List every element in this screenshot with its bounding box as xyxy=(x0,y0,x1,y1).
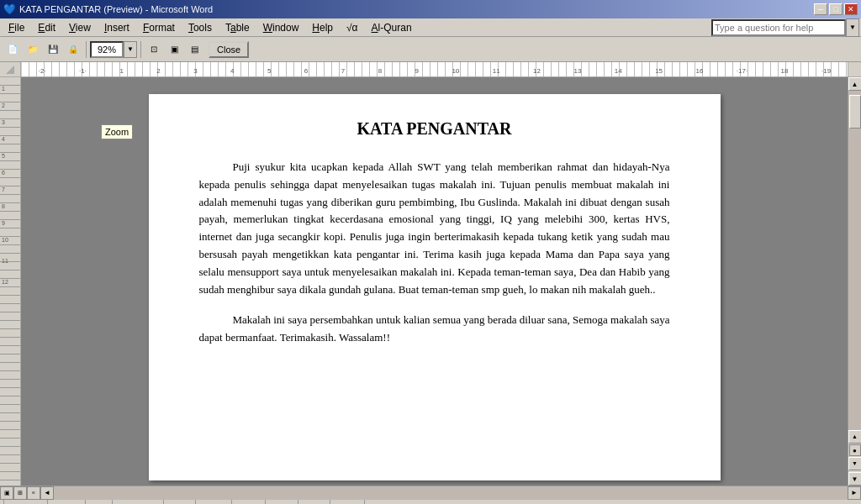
zoom-input[interactable] xyxy=(90,41,124,58)
scroll-up-button[interactable]: ▲ xyxy=(848,77,862,91)
status-col: Col 1 xyxy=(196,500,232,504)
v-ruler-mark: 11 xyxy=(2,258,8,264)
view-web-btn[interactable]: ⊞ xyxy=(13,486,27,500)
ruler-mark: ·2· xyxy=(39,67,46,75)
menu-tools[interactable]: Tools xyxy=(182,20,219,35)
v-ruler-mark: 5 xyxy=(2,153,5,159)
ruler-mark: 7 xyxy=(341,67,345,75)
ruler-mark: 1 xyxy=(119,67,123,75)
status-trk: TRK xyxy=(266,500,298,504)
v-ruler-mark: 6 xyxy=(2,170,5,176)
toolbar-sep-1 xyxy=(86,41,87,58)
ruler-mark: 16 xyxy=(695,67,703,75)
ruler-mark: 3 xyxy=(193,67,197,75)
ruler-mark: ·19 xyxy=(821,67,831,75)
menu-file[interactable]: File xyxy=(2,20,31,35)
ruler-mark: 15 xyxy=(655,67,663,75)
window-title: KATA PENGANTAR (Preview) - Microsoft Wor… xyxy=(19,4,213,14)
document-body: Puji syukur kita ucapkan kepada Allah SW… xyxy=(199,159,670,347)
close-preview-button[interactable]: Close xyxy=(209,41,249,58)
status-page: Page 1 xyxy=(3,500,48,504)
hscroll-track[interactable] xyxy=(54,486,848,500)
v-ruler-mark: 10 xyxy=(2,237,8,243)
menu-edit[interactable]: Edit xyxy=(31,20,62,35)
view-normal-btn[interactable]: ▣ xyxy=(0,486,13,500)
toolbar-btn-6[interactable]: ▣ xyxy=(165,40,183,59)
ruler-mark: 4 xyxy=(230,67,234,75)
status-ovr: OVR xyxy=(330,500,365,504)
status-line: Ln 1 xyxy=(164,500,196,504)
menu-formula[interactable]: √α xyxy=(340,20,365,35)
minimize-button[interactable]: ─ xyxy=(814,3,827,15)
vertical-ruler: 1 2 3 4 5 6 7 8 9 10 11 12 xyxy=(0,77,21,486)
zoom-tooltip: Zoom xyxy=(101,124,133,139)
menu-format[interactable]: Format xyxy=(136,20,182,35)
document-area: KATA PENGANTAR Puji syukur kita ucapkan … xyxy=(21,77,848,486)
document-paragraph-1: Puji syukur kita ucapkan kepada Allah SW… xyxy=(199,159,670,298)
ruler-scroll-right xyxy=(848,62,861,76)
toolbar-sep-2 xyxy=(140,41,141,58)
ruler-mark: 11 xyxy=(493,67,500,75)
status-bar: Page 1 Sec 1 1/1 At 2.5cm Ln 1 Col 1 REC… xyxy=(0,499,861,504)
toolbar-btn-2[interactable]: 📁 xyxy=(24,40,42,59)
window-controls: ─ □ ✕ xyxy=(814,3,858,15)
status-section: Sec 1 xyxy=(48,500,86,504)
menu-bar: File Edit View Insert Format Tools Table… xyxy=(0,18,861,37)
help-search-dropdown[interactable]: ▼ xyxy=(846,18,859,37)
ruler-container: ·2· ·1· 1 2 3 4 5 6 7 8 9 10 11 12 13 14… xyxy=(0,62,861,77)
toolbar: 📄 📁 💾 🔒 ▼ ⊡ ▣ ▤ Close xyxy=(0,37,861,62)
svg-marker-0 xyxy=(6,66,14,74)
ruler-corner xyxy=(0,62,21,76)
menu-view[interactable]: View xyxy=(62,20,98,35)
toolbar-btn-5[interactable]: ⊡ xyxy=(145,40,163,59)
hscroll-left-button[interactable]: ◄ xyxy=(40,486,54,500)
menu-window[interactable]: Window xyxy=(256,20,306,35)
ruler-mark: 9 xyxy=(415,67,419,75)
zoom-dropdown[interactable]: ▼ xyxy=(124,41,137,58)
status-position: At 2.5cm xyxy=(113,500,163,504)
status-page-count: 1/1 xyxy=(86,500,113,504)
horizontal-ruler: ·2· ·1· 1 2 3 4 5 6 7 8 9 10 11 12 13 14… xyxy=(21,62,848,76)
v-ruler-mark: 1 xyxy=(2,86,5,92)
ruler-mark: ·17· xyxy=(737,67,747,75)
hscroll-right-button[interactable]: ► xyxy=(848,486,861,500)
select-browse-object[interactable]: ● xyxy=(849,444,861,456)
v-ruler-mark: 2 xyxy=(2,102,5,108)
menu-alquran[interactable]: Al-Quran xyxy=(365,20,419,35)
menu-help[interactable]: Help xyxy=(305,20,340,35)
title-bar: 💙 KATA PENGANTAR (Preview) - Microsoft W… xyxy=(0,0,861,18)
ruler-mark: 10 xyxy=(452,67,459,75)
ruler-mark: 18 xyxy=(781,67,789,75)
maximize-button[interactable]: □ xyxy=(829,3,843,15)
toolbar-btn-3[interactable]: 💾 xyxy=(44,40,62,59)
scroll-down-button[interactable]: ▼ xyxy=(848,472,862,486)
help-search-input[interactable] xyxy=(711,19,846,36)
status-rec: REC xyxy=(232,500,266,504)
v-ruler-mark: 3 xyxy=(2,119,5,125)
horizontal-scrollbar: ▣ ⊞ ≡ ◄ ► xyxy=(0,486,861,499)
v-ruler-mark: 4 xyxy=(2,136,5,142)
v-ruler-mark: 9 xyxy=(2,220,5,226)
scroll-thumb[interactable] xyxy=(849,95,861,129)
ruler-mark: 2 xyxy=(156,67,160,75)
v-ruler-mark: 12 xyxy=(2,279,8,285)
menu-table[interactable]: Table xyxy=(219,20,256,35)
scroll-track[interactable] xyxy=(848,91,862,430)
ruler-mark: 5 xyxy=(267,67,271,75)
scroll-next-page[interactable]: ▼ xyxy=(848,457,862,470)
menu-insert[interactable]: Insert xyxy=(98,20,136,35)
ruler-mark: 6 xyxy=(304,67,308,75)
v-ruler-mark: 7 xyxy=(2,186,5,192)
ruler-mark: 14 xyxy=(615,67,622,75)
ruler-mark: ·1· xyxy=(79,67,87,75)
ruler-mark: 12 xyxy=(533,67,541,75)
ruler-mark: 13 xyxy=(573,67,581,75)
ruler-mark: 8 xyxy=(378,67,382,75)
view-outline-btn[interactable]: ≡ xyxy=(27,486,40,500)
toolbar-btn-7[interactable]: ▤ xyxy=(185,40,203,59)
scroll-prev-page[interactable]: ▲ xyxy=(848,430,862,444)
close-window-button[interactable]: ✕ xyxy=(844,3,858,15)
document-paragraph-2: Makalah ini saya persembahkan untuk kali… xyxy=(199,312,670,347)
toolbar-btn-1[interactable]: 📄 xyxy=(3,40,22,59)
toolbar-btn-4[interactable]: 🔒 xyxy=(64,40,82,59)
